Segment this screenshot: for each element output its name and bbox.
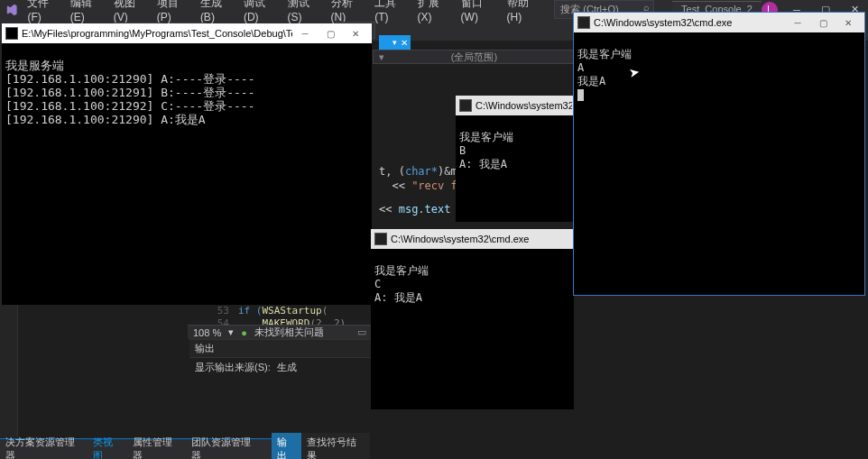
menu-edit[interactable]: 编辑(E) [65, 0, 108, 25]
cmd-c-title: C:\Windows\system32\cmd.exe [391, 234, 570, 244]
menu-view[interactable]: 视图(V) [108, 0, 152, 25]
status-class-view[interactable]: 类视图 [88, 433, 127, 459]
cmd-icon [374, 233, 387, 245]
output-panel-title[interactable]: 输出 [189, 340, 372, 358]
zoom-level[interactable]: 108 % [193, 327, 221, 338]
console-icon [5, 27, 18, 40]
cmd-icon [577, 16, 590, 29]
status-find-symbols[interactable]: 查找符号结果 [301, 433, 370, 459]
error-status[interactable]: 未找到相关问题 [254, 326, 324, 339]
cmd-window-b: C:\Windows\system32\cmd.exe 我是客户端 B A: 我… [456, 96, 576, 222]
text-caret [577, 89, 584, 101]
cmd-window-c: C:\Windows\system32\cmd.exe 我是客户端 C A: 我… [371, 229, 574, 409]
server-min-button[interactable]: ─ [292, 24, 318, 42]
cmd-a-max-button[interactable]: ▢ [810, 14, 836, 32]
cmd-c-titlebar[interactable]: C:\Windows\system32\cmd.exe [371, 229, 574, 249]
output-from-dropdown[interactable]: 生成 [277, 362, 297, 372]
cmd-b-titlebar[interactable]: C:\Windows\system32\cmd.exe [456, 96, 576, 115]
menu-debug[interactable]: 调试(D) [238, 0, 282, 25]
menu-extensions[interactable]: 扩展(X) [412, 0, 456, 25]
cmd-c-body[interactable]: 我是客户端 C A: 我是A [371, 249, 574, 320]
output-from-label: 显示输出来源(S): [195, 362, 271, 372]
cmd-b-body[interactable]: 我是客户端 B A: 我是A [456, 115, 576, 187]
server-console-body[interactable]: 我是服务端 [192.168.1.100:21290] A:----登录----… [2, 43, 372, 142]
menu-help[interactable]: 帮助(H) [502, 0, 546, 25]
cmd-icon [459, 99, 472, 112]
menu-build[interactable]: 生成(B) [195, 0, 238, 25]
server-console-titlebar[interactable]: E:\MyFiles\programming\MyPrograms\Test_C… [2, 23, 372, 43]
output-panel: 输出 显示输出来源(S): 生成 [189, 339, 372, 440]
editor-tab-close[interactable]: ✕ [398, 35, 411, 50]
checkmark-icon: ● [241, 327, 247, 338]
mouse-cursor-icon: ➤ [628, 64, 642, 80]
zoom-error-bar: 108 %▾ ● 未找到相关问题 ▭ [188, 325, 372, 339]
server-console-title: E:\MyFiles\programming\MyPrograms\Test_C… [22, 28, 292, 39]
menu-window[interactable]: 窗口(W) [456, 0, 502, 25]
status-property-manager[interactable]: 属性管理器 [127, 433, 186, 459]
cmd-a-title: C:\Windows\system32\cmd.exe [594, 17, 732, 28]
scroll-indicator-icon: ▭ [357, 326, 366, 338]
server-console-window: E:\MyFiles\programming\MyPrograms\Test_C… [2, 23, 372, 305]
cmd-a-body[interactable]: 我是客户端 A 我是A [574, 32, 864, 117]
status-output[interactable]: 输出 [272, 433, 301, 459]
server-close-button[interactable]: ✕ [343, 24, 368, 42]
vs-statusbar: 决方案资源管理器 类视图 属性管理器 团队资源管理器 输出 查找符号结果 [0, 438, 370, 459]
cmd-b-title: C:\Windows\system32\cmd.exe [476, 100, 572, 111]
cmd-a-close-button[interactable]: ✕ [836, 14, 861, 32]
menu-test[interactable]: 测试(S) [282, 0, 326, 25]
scope-dropdown[interactable]: (全局范围) [373, 50, 576, 64]
menu-tools[interactable]: 工具(T) [369, 0, 411, 25]
cmd-a-titlebar[interactable]: C:\Windows\system32\cmd.exe ─ ▢ ✕ [574, 13, 864, 32]
cmd-a-min-button[interactable]: ─ [785, 14, 810, 32]
server-max-button[interactable]: ▢ [318, 24, 343, 42]
menu-project[interactable]: 项目(P) [152, 0, 195, 25]
chevron-down-icon: ▾ [392, 38, 397, 47]
vs-logo-icon [5, 3, 18, 17]
menu-file[interactable]: 文件(F) [22, 0, 64, 25]
status-team-explorer[interactable]: 团队资源管理器 [186, 433, 264, 459]
cmd-window-a: C:\Windows\system32\cmd.exe ─ ▢ ✕ 我是客户端 … [573, 12, 865, 296]
